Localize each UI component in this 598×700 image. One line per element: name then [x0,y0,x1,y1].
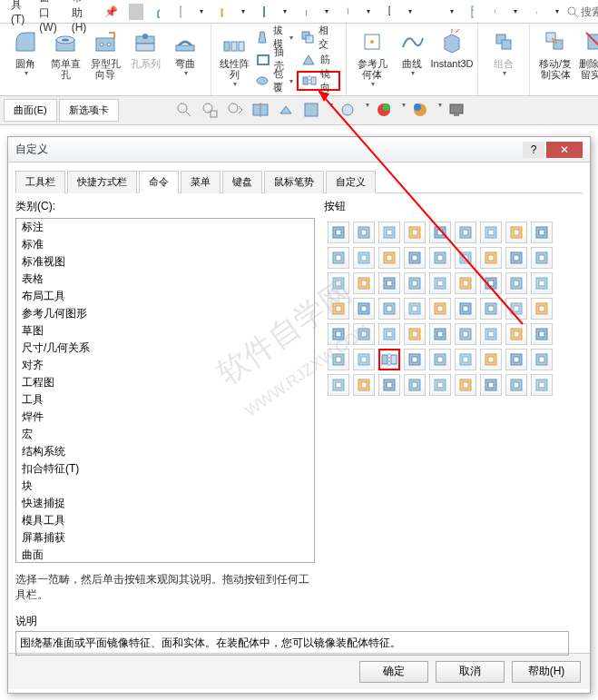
grid-feature-icon[interactable] [378,323,400,345]
grid-feature-icon[interactable] [328,374,349,396]
grid-feature-icon[interactable] [480,374,502,396]
grid-feature-icon[interactable] [505,323,527,345]
grid-feature-icon[interactable] [429,247,451,269]
home-icon[interactable] [149,3,167,21]
wrap-button[interactable]: 弯曲▾ [167,27,203,77]
dialog-titlebar[interactable]: 自定义 ? ✕ [8,137,590,163]
open-icon[interactable] [212,3,230,21]
print-icon[interactable] [296,3,314,21]
fillet-button[interactable]: 圆角▾ [7,27,44,77]
grid-feature-icon[interactable] [455,298,476,320]
grid-feature-icon[interactable] [328,222,349,243]
grid-feature-icon[interactable] [328,298,349,320]
ref-geometry-button[interactable]: 参考几何体▾ [354,27,390,88]
grid-feature-icon[interactable] [505,349,527,370]
gear-icon[interactable] [485,3,503,21]
grid-feature-icon[interactable] [480,298,502,320]
grid-feature-icon[interactable] [455,349,476,370]
list-item[interactable]: 标注 [16,219,314,236]
grid-feature-icon[interactable] [531,222,553,243]
grid-feature-icon[interactable] [455,247,476,269]
render-icon[interactable] [447,101,467,121]
grid-feature-icon[interactable] [404,272,426,294]
dlg-tab-mouse[interactable]: 鼠标笔势 [264,171,324,193]
delete-keep-button[interactable]: 删除/保留实体 [577,27,598,80]
grid-feature-icon[interactable] [429,323,451,345]
simple-hole-button[interactable]: 简单直孔 [47,27,83,80]
dlg-tab-commands[interactable]: 命令 [139,171,179,193]
list-item[interactable]: 参考几何图形 [16,305,314,322]
list-item[interactable]: 块 [16,478,314,495]
grid-feature-icon[interactable] [404,349,426,370]
grid-feature-icon[interactable] [531,349,553,370]
search-input[interactable] [579,5,598,19]
list-item[interactable]: 布局工具 [16,288,314,305]
grid-feature-icon[interactable] [378,374,400,396]
list-item[interactable]: 标准视图 [16,253,314,271]
list-item[interactable]: 标准 [16,236,314,253]
list-item[interactable]: 表格 [16,271,314,288]
list-item[interactable]: 结构系统 [16,443,314,460]
menu-tools[interactable]: 具(T) [4,0,32,25]
grid-feature-icon[interactable] [480,222,502,243]
curves-button[interactable]: 曲线▾ [394,27,430,77]
grid-feature-icon[interactable] [353,272,375,294]
grid-feature-icon[interactable] [404,247,426,269]
undo-icon[interactable] [338,3,356,21]
dlg-tab-menu[interactable]: 菜单 [181,171,221,193]
grid-feature-icon[interactable] [328,272,349,294]
grid-feature-icon[interactable] [429,374,451,396]
dlg-tab-toolbars[interactable]: 工具栏 [15,171,65,193]
grid-feature-icon[interactable] [404,222,426,243]
list-item[interactable]: 工程图 [16,374,314,391]
grid-feature-icon[interactable] [353,247,375,269]
hide-show-icon[interactable] [338,101,358,121]
view-orient-icon[interactable] [277,101,297,121]
grid-feature-icon[interactable] [328,247,349,269]
zoom-fit-icon[interactable] [175,101,195,121]
list-item[interactable]: 扣合特征(T) [16,460,314,478]
dlg-tab-keyboard[interactable]: 键盘 [222,171,262,193]
list-item[interactable]: 对齐 [16,357,314,374]
grid-feature-icon[interactable] [531,247,553,269]
grid-feature-icon[interactable] [505,374,527,396]
save-icon[interactable] [254,3,272,21]
move-copy-button[interactable]: 移动/复制实体 [537,27,573,80]
scene-icon[interactable] [411,101,431,121]
dlg-tab-custom[interactable]: 自定义 [326,171,376,193]
grid-mirror-icon[interactable] [378,349,400,370]
list-item[interactable]: 快速捕捉 [16,495,314,512]
dialog-help-icon[interactable]: ? [523,142,544,158]
appearance-icon[interactable] [375,101,395,121]
combine-button[interactable]: 组合▾ [485,27,522,77]
grid-feature-icon[interactable] [455,374,476,396]
pin-icon[interactable]: 📌 [97,5,125,18]
baofu-button[interactable]: 包覆▾ [251,71,297,91]
grid-feature-icon[interactable] [353,374,375,396]
cancel-button[interactable]: 取消 [436,661,505,683]
grid-feature-icon[interactable] [480,272,502,294]
grid-feature-icon[interactable] [531,374,553,396]
select-icon[interactable] [379,3,397,21]
traffic-icon[interactable] [421,3,439,21]
section-view-icon[interactable] [251,101,271,121]
grid-feature-icon[interactable] [328,349,349,370]
list-item[interactable]: 屏幕捕获 [16,529,314,547]
grid-feature-icon[interactable] [505,222,527,243]
new-icon[interactable] [171,3,189,21]
options-icon[interactable] [463,3,481,21]
hole-wizard-button[interactable]: 异型孔向导 [87,27,123,80]
mirror-button[interactable]: 镜向 [297,71,340,91]
ok-button[interactable]: 确定 [359,661,428,683]
tab-surface[interactable]: 曲面(E) [4,99,57,122]
list-item[interactable]: 焊件 [16,409,314,426]
search-box[interactable] [566,5,598,19]
linear-pattern-button[interactable]: 线性阵列▾ [219,27,250,88]
grid-feature-icon[interactable] [404,298,426,320]
intersect-button[interactable]: 相交 [297,27,340,47]
grid-feature-icon[interactable] [531,298,553,320]
grid-feature-icon[interactable] [378,222,400,243]
list-item[interactable]: 曲面 [16,547,314,563]
grid-feature-icon[interactable] [353,298,375,320]
grid-feature-icon[interactable] [531,323,553,345]
